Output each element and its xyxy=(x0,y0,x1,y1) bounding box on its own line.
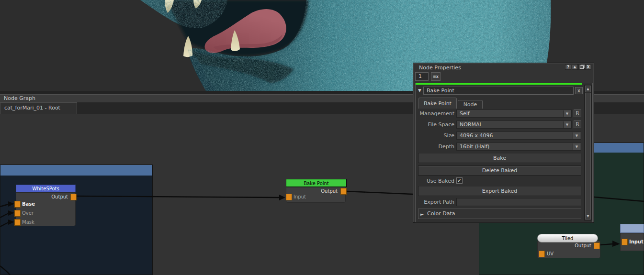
chevron-right-icon[interactable]: ► xyxy=(420,212,424,217)
chevron-down-icon[interactable]: ▼ xyxy=(573,143,580,150)
remove-node-icon[interactable]: x xyxy=(575,87,583,94)
tab-bake-point-label: Bake Point xyxy=(424,100,452,107)
tab-node-label: Node xyxy=(463,101,477,108)
node-whitespots-mask-label: Mask xyxy=(22,220,34,225)
node-whitespots-output-port[interactable] xyxy=(70,194,77,200)
bake-button[interactable]: Bake xyxy=(418,153,581,163)
node-tiled-header[interactable]: Tiled xyxy=(537,234,598,242)
node-tiled-title: Tiled xyxy=(562,236,574,241)
help-icon[interactable]: ? xyxy=(565,64,571,70)
backdrop-group-navy-header[interactable] xyxy=(0,165,152,176)
node-bake-point-header[interactable]: Bake Point xyxy=(286,179,347,187)
node-bake-point-output-label: Output xyxy=(321,188,338,194)
scrollbar-thumb[interactable] xyxy=(585,93,591,213)
node-tiled-output-label: Output xyxy=(575,243,591,248)
chevron-down-icon[interactable]: ▼ xyxy=(563,110,571,117)
node-tiled[interactable]: Output UV Tiled xyxy=(537,234,600,258)
mari-application-window: { "colors": { "accent_green": "#35e51c",… xyxy=(0,0,644,275)
properties-count-input[interactable]: 1 xyxy=(415,72,429,81)
node-partial-right-header[interactable] xyxy=(620,224,644,233)
close-icon[interactable]: X xyxy=(585,64,591,70)
chevron-down-icon[interactable]: ▼ xyxy=(418,88,421,93)
node-bake-point[interactable]: Bake Point Output Input xyxy=(286,179,347,203)
depth-dropdown[interactable]: 16bit (Half) ▼ xyxy=(456,143,581,151)
export-path-label: Export Path xyxy=(416,199,454,205)
chevron-down-icon[interactable]: ▼ xyxy=(573,132,580,139)
selected-node-name[interactable]: Bake Point xyxy=(423,87,574,95)
size-value: 4096 x 4096 xyxy=(460,132,493,139)
collapse-icon[interactable]: ▲ xyxy=(572,64,578,70)
node-partial-right-input-port[interactable] xyxy=(621,239,628,245)
node-tiled-uv-label: UV xyxy=(547,251,554,256)
management-dropdown[interactable]: Self ▼ xyxy=(456,110,572,118)
scroll-up-icon[interactable]: ▲ xyxy=(585,86,591,92)
node-bake-point-body[interactable]: Output Input xyxy=(286,187,346,203)
node-tiled-output-port[interactable] xyxy=(594,242,600,249)
color-data-section[interactable]: ► Color Data xyxy=(418,209,581,219)
file-space-value: NORMAL xyxy=(460,121,483,128)
scroll-down-icon[interactable]: ▼ xyxy=(585,213,591,220)
node-whitespots-output-label: Output xyxy=(51,194,68,199)
node-properties-panel: Node Properties ? ▲ X 1 ≡x ▼ Bake Point … xyxy=(413,63,594,223)
node-bake-point-output-port[interactable] xyxy=(340,188,347,195)
management-reset-button[interactable]: R xyxy=(574,110,581,117)
depth-label: Depth xyxy=(416,143,454,150)
tab-node[interactable]: Node xyxy=(458,100,483,109)
node-graph-title: Node Graph xyxy=(4,95,35,101)
export-baked-button[interactable]: Export Baked xyxy=(418,186,581,196)
node-bake-point-input-label: Input xyxy=(294,194,306,199)
node-whitespots[interactable]: WhiteSPots Output Base Over Mask xyxy=(16,185,76,226)
node-whitespots-mask-port[interactable] xyxy=(14,219,21,226)
file-space-label: File Space xyxy=(416,121,454,128)
use-baked-label: Use Baked xyxy=(416,178,454,184)
node-bake-point-title: Bake Point xyxy=(304,181,329,186)
node-partial-right[interactable]: Input xyxy=(620,224,644,251)
delete-baked-button[interactable]: Delete Baked xyxy=(418,165,581,176)
file-space-reset-button[interactable]: R xyxy=(574,121,581,128)
depth-value: 16bit (Half) xyxy=(460,143,489,150)
properties-filter-row: 1 ≡x xyxy=(413,72,594,82)
node-partial-right-input-label: Input xyxy=(629,239,644,244)
selected-node-accent xyxy=(416,83,582,85)
tab-bake-point[interactable]: Bake Point xyxy=(418,98,457,109)
node-graph-tab[interactable]: cat_forMari_01 - Root xyxy=(0,102,77,114)
size-label: Size xyxy=(416,132,454,139)
properties-scrollbar[interactable]: ▲ ▼ xyxy=(584,85,592,220)
node-properties-title: Node Properties xyxy=(419,65,461,71)
size-dropdown[interactable]: 4096 x 4096 ▼ xyxy=(456,132,581,140)
management-value: Self xyxy=(460,110,470,117)
use-baked-checkbox[interactable]: ✓ xyxy=(456,177,463,184)
chevron-down-icon[interactable]: ▼ xyxy=(563,121,571,128)
float-window-icon[interactable] xyxy=(578,64,585,70)
node-whitespots-over-label: Over xyxy=(22,210,34,216)
node-whitespots-title: WhiteSPots xyxy=(32,186,59,191)
node-partial-right-body[interactable]: Input xyxy=(620,233,644,251)
node-bake-point-input-port[interactable] xyxy=(286,194,292,200)
management-label: Management xyxy=(416,110,454,117)
node-whitespots-base-label: Base xyxy=(22,201,35,207)
node-properties-titlebar[interactable]: Node Properties ? ▲ X xyxy=(413,63,594,72)
node-whitespots-header[interactable]: WhiteSPots xyxy=(16,185,76,192)
node-tiled-body[interactable]: Output UV xyxy=(537,241,600,258)
pin-properties-icon[interactable]: ≡x xyxy=(431,72,441,81)
file-space-dropdown[interactable]: NORMAL ▼ xyxy=(456,121,572,129)
node-tiled-uv-port[interactable] xyxy=(539,251,545,257)
color-data-label: Color Data xyxy=(427,210,455,217)
node-whitespots-body[interactable]: Output Base Over Mask xyxy=(16,192,76,226)
node-graph-tab-label: cat_forMari_01 - Root xyxy=(4,105,60,111)
node-whitespots-over-port[interactable] xyxy=(14,210,21,217)
properties-groupbox: ▼ Bake Point x Bake Point Node Managemen… xyxy=(415,83,593,222)
node-whitespots-base-port[interactable] xyxy=(14,201,21,208)
export-path-input[interactable] xyxy=(456,198,581,206)
